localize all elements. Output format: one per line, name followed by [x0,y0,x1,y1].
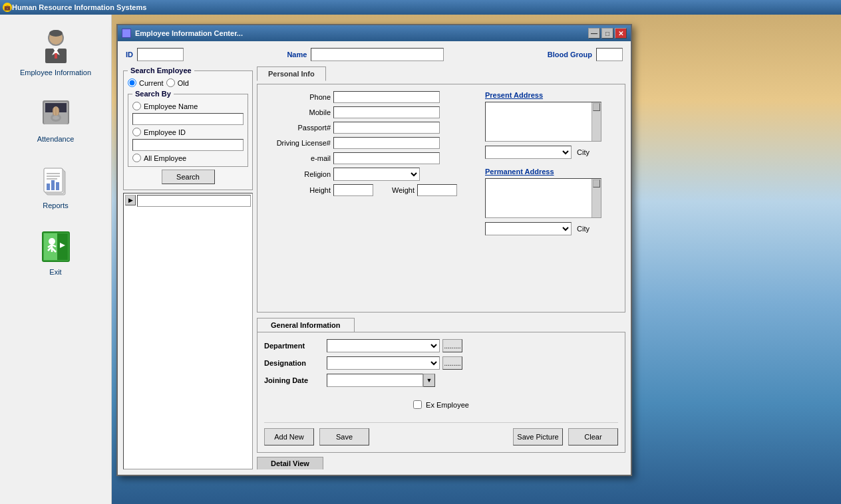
save-picture-button[interactable]: Save Picture [513,428,563,445]
id-input[interactable] [137,48,184,61]
exit-icon [36,225,76,265]
employee-info-label: Employee Information [20,68,91,76]
employee-id-search-input[interactable] [132,139,244,151]
search-panel: Search Employee Current Old Search By Em… [123,66,253,469]
passport-row: Passport# [264,122,478,134]
joining-date-dropdown-button[interactable]: ▼ [423,374,435,387]
search-by-legend: Search By [132,90,174,98]
search-button[interactable]: Search [162,170,215,184]
present-address-textarea[interactable] [486,102,591,141]
general-info-section: General Information Department ......... [257,318,625,453]
present-city-select[interactable] [485,146,572,159]
tab-personal-info[interactable]: Personal Info [257,66,326,81]
general-info-panel: Department ......... Designation [257,332,625,453]
app-title: Human Resource Information Systems [12,3,146,11]
dialog-icon [122,29,131,38]
present-address-scrollbar[interactable] [591,102,601,141]
svg-rect-24 [51,180,55,190]
passport-input[interactable] [333,122,440,134]
current-old-row: Current Old [128,78,248,87]
header-row: ID Name Blood Group [123,47,625,63]
driving-label: Driving License# [264,139,331,147]
mobile-label: Mobile [264,108,331,116]
present-address-box [485,102,601,142]
old-radio[interactable] [166,78,175,87]
permanent-city-select[interactable] [485,222,572,235]
designation-browse-button[interactable]: ......... [442,356,462,370]
sidebar-item-reports[interactable]: Reports [13,154,99,214]
bottom-tab-bar: Detail View [257,457,625,469]
employee-name-row: Employee Name [132,102,244,110]
employee-info-dialog: Employee Information Center... — □ ✕ ID … [116,24,632,476]
religion-select[interactable]: Islam Christianity Hinduism Buddhism [333,168,420,181]
tab-general-info[interactable]: General Information [257,318,355,332]
weight-label: Weight [381,186,415,194]
present-city-row: City [485,146,618,159]
employee-name-label: Employee Name [144,102,198,110]
sidebar-item-employee-info[interactable]: Employee Information [13,21,99,81]
add-new-button[interactable]: Add New [264,428,314,445]
mobile-input[interactable] [333,106,440,118]
app-icon: 💼 [3,3,12,12]
save-button[interactable]: Save [319,428,369,445]
designation-label: Designation [264,359,324,367]
result-arrow-button[interactable]: ▶ [125,195,136,205]
weight-input[interactable] [417,184,457,196]
sidebar-item-attendance[interactable]: Attendance [13,88,99,148]
clear-button[interactable]: Clear [568,428,618,445]
sidebar: Employee Information [0,15,112,504]
sidebar-item-exit[interactable]: Exit [13,221,99,281]
dialog-body: ID Name Blood Group Search Employee [118,41,631,475]
svg-rect-25 [56,182,59,190]
driving-row: Driving License# [264,137,478,149]
search-by-name-radio[interactable] [132,102,141,110]
close-button[interactable]: ✕ [615,28,627,39]
department-select[interactable] [327,339,440,352]
joining-date-input[interactable] [327,374,423,387]
taskbar: 💼 Human Resource Information Systems [0,0,841,15]
present-address-section: Present Address [485,91,618,162]
current-radio[interactable] [128,78,136,87]
minimize-button[interactable]: — [588,28,600,39]
svg-point-29 [49,238,55,245]
phone-input[interactable] [333,91,440,103]
employee-icon [36,26,76,66]
permanent-address-scrollbar[interactable] [591,179,601,217]
personal-info-content: Phone Mobile Passport# [257,84,625,313]
driving-input[interactable] [333,137,440,149]
permanent-address-box [485,178,601,218]
name-input[interactable] [311,48,444,61]
permanent-address-textarea[interactable] [486,179,591,217]
attendance-label: Attendance [37,135,75,143]
result-input[interactable] [137,195,251,207]
designation-select[interactable] [327,356,440,370]
department-browse-button[interactable]: ......... [442,339,462,352]
maximize-button[interactable]: □ [601,28,613,39]
name-label: Name [287,51,307,59]
joining-date-row: Joining Date ▼ [264,374,618,387]
passport-label: Passport# [264,124,331,132]
personal-left: Phone Mobile Passport# [264,91,478,239]
designation-row: Designation ......... [264,356,618,370]
ex-employee-label: Ex Employee [426,401,469,409]
all-employee-radio[interactable] [132,154,141,162]
employee-name-search-input[interactable] [132,113,244,125]
general-tab-bar: General Information [257,318,625,332]
email-input[interactable] [333,152,440,164]
present-address-label: Present Address [485,91,618,99]
reports-icon [36,159,76,199]
department-row: Department ......... [264,339,618,352]
search-by-fieldset: Search By Employee Name Employee ID [128,90,248,167]
tab-detail-view[interactable]: Detail View [257,457,323,469]
religion-row: Religion Islam Christianity Hinduism Bud… [264,168,478,181]
ex-employee-checkbox[interactable] [413,400,422,409]
height-label: Height [264,186,331,194]
search-employee-fieldset: Search Employee Current Old Search By Em… [123,66,253,190]
height-input[interactable] [333,184,373,196]
religion-label: Religion [264,170,331,178]
department-label: Department [264,342,324,350]
dialog-titlebar: Employee Information Center... — □ ✕ [118,25,631,41]
search-by-id-radio[interactable] [132,128,141,136]
reports-label: Reports [43,201,69,209]
bloodgroup-input[interactable] [596,48,623,61]
